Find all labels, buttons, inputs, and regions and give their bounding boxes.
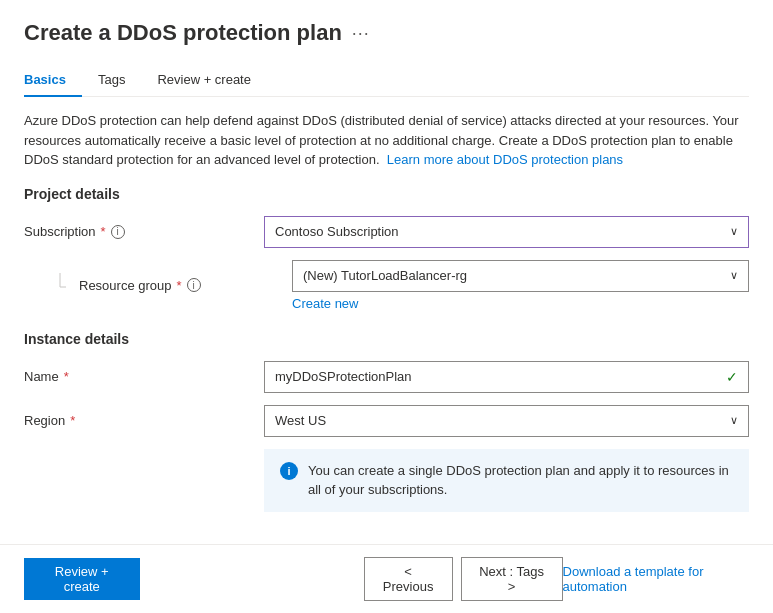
info-box: i You can create a single DDoS protectio… <box>264 449 749 512</box>
name-required: * <box>64 369 69 384</box>
main-content: Create a DDoS protection plan ··· Basics… <box>0 0 773 544</box>
name-label-col: Name * <box>24 369 264 384</box>
learn-more-link[interactable]: Learn more about DDoS protection plans <box>387 152 623 167</box>
name-input-col: myDDoSProtectionPlan ✓ <box>264 361 749 393</box>
previous-button[interactable]: < Previous <box>364 557 453 601</box>
tabs-row: Basics Tags Review + create <box>24 64 749 97</box>
subscription-label: Subscription <box>24 224 96 239</box>
region-value: West US <box>275 413 326 428</box>
region-label-col: Region * <box>24 413 264 428</box>
subscription-arrow-icon: ∨ <box>730 225 738 238</box>
tab-basics[interactable]: Basics <box>24 64 82 97</box>
name-label: Name <box>24 369 59 384</box>
connector-svg <box>52 273 66 301</box>
subscription-dropdown[interactable]: Contoso Subscription ∨ <box>264 216 749 248</box>
page-title-row: Create a DDoS protection plan ··· <box>24 20 749 46</box>
resource-group-label: Resource group <box>79 278 172 293</box>
region-dropdown[interactable]: West US ∨ <box>264 405 749 437</box>
resource-group-value: (New) TutorLoadBalancer-rg <box>303 268 467 283</box>
name-value: myDDoSProtectionPlan <box>275 369 412 384</box>
ellipsis-menu-icon[interactable]: ··· <box>352 23 370 44</box>
subscription-required: * <box>101 224 106 239</box>
name-row: Name * myDDoSProtectionPlan ✓ <box>24 361 749 393</box>
instance-details-section: Instance details Name * myDDoSProtection… <box>24 331 749 512</box>
subscription-info-icon[interactable]: i <box>111 225 125 239</box>
project-details-title: Project details <box>24 186 749 202</box>
subscription-value: Contoso Subscription <box>275 224 399 239</box>
name-valid-icon: ✓ <box>726 369 738 385</box>
next-button[interactable]: Next : Tags > <box>461 557 563 601</box>
instance-details-title: Instance details <box>24 331 749 347</box>
resource-group-required: * <box>177 278 182 293</box>
resource-group-label-col: Resource group * i <box>52 269 292 301</box>
project-details-section: Project details Subscription * i Contoso… <box>24 186 749 311</box>
tab-tags[interactable]: Tags <box>82 64 141 97</box>
region-required: * <box>70 413 75 428</box>
review-create-button[interactable]: Review + create <box>24 558 140 600</box>
description-text: Azure DDoS protection can help defend ag… <box>24 111 749 170</box>
page-title: Create a DDoS protection plan <box>24 20 342 46</box>
tab-review-create[interactable]: Review + create <box>141 64 267 97</box>
resource-group-info-icon[interactable]: i <box>187 278 201 292</box>
info-circle-icon: i <box>280 462 298 480</box>
subscription-input-col: Contoso Subscription ∨ <box>264 216 749 248</box>
subscription-label-col: Subscription * i <box>24 224 264 239</box>
info-box-text: You can create a single DDoS protection … <box>308 461 733 500</box>
resource-group-input-col: (New) TutorLoadBalancer-rg ∨ Create new <box>292 260 749 311</box>
region-row: Region * West US ∨ <box>24 405 749 437</box>
region-input-col: West US ∨ <box>264 405 749 437</box>
name-dropdown[interactable]: myDDoSProtectionPlan ✓ <box>264 361 749 393</box>
resource-group-arrow-icon: ∨ <box>730 269 738 282</box>
download-template-link[interactable]: Download a template for automation <box>563 564 749 594</box>
resource-group-dropdown[interactable]: (New) TutorLoadBalancer-rg ∨ <box>292 260 749 292</box>
region-label: Region <box>24 413 65 428</box>
resource-group-row: Resource group * i (New) TutorLoadBalanc… <box>24 260 749 311</box>
create-new-link[interactable]: Create new <box>292 296 358 311</box>
region-arrow-icon: ∨ <box>730 414 738 427</box>
footer: Review + create < Previous Next : Tags >… <box>0 544 773 613</box>
subscription-row: Subscription * i Contoso Subscription ∨ <box>24 216 749 248</box>
page-wrapper: Create a DDoS protection plan ··· Basics… <box>0 0 773 613</box>
